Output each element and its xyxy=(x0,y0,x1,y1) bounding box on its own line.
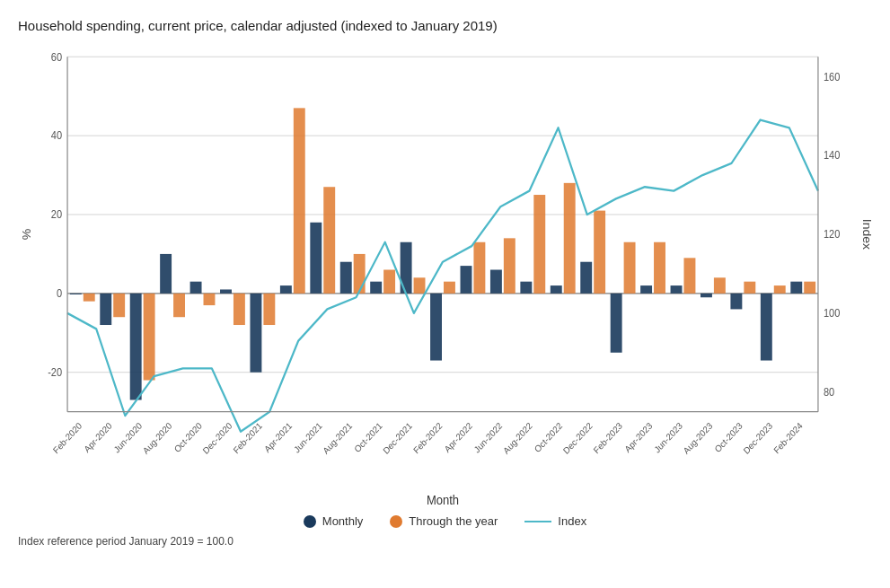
svg-text:Month: Month xyxy=(427,493,459,507)
svg-rect-51 xyxy=(340,262,352,294)
svg-rect-64 xyxy=(730,294,742,310)
through-year-label: Through the year xyxy=(409,514,498,528)
svg-text:120: 120 xyxy=(824,229,840,240)
svg-rect-68 xyxy=(113,294,125,317)
svg-text:20: 20 xyxy=(51,209,62,220)
svg-rect-56 xyxy=(490,270,502,294)
svg-rect-84 xyxy=(594,211,605,294)
index-line-legend xyxy=(524,521,551,522)
svg-rect-74 xyxy=(294,108,305,293)
svg-text:0: 0 xyxy=(57,288,62,299)
svg-rect-63 xyxy=(701,294,712,297)
svg-text:%: % xyxy=(20,229,32,241)
legend-through-year: Through the year xyxy=(390,514,498,528)
svg-rect-54 xyxy=(430,294,442,361)
chart-legend: Monthly Through the year Index xyxy=(18,514,872,528)
svg-text:Index: Index xyxy=(860,219,872,250)
svg-rect-0 xyxy=(18,42,872,509)
svg-text:100: 100 xyxy=(824,308,840,319)
svg-rect-46 xyxy=(190,282,202,294)
svg-rect-61 xyxy=(640,285,652,294)
chart-area: -20020406080100120140160Feb-2020Apr-2020… xyxy=(18,42,872,509)
svg-rect-76 xyxy=(354,254,366,294)
svg-rect-73 xyxy=(263,294,275,325)
svg-rect-69 xyxy=(144,294,155,381)
svg-rect-62 xyxy=(671,285,683,294)
svg-rect-60 xyxy=(611,294,622,353)
legend-index: Index xyxy=(524,514,586,528)
svg-rect-79 xyxy=(444,282,455,294)
svg-rect-81 xyxy=(504,238,515,294)
svg-rect-58 xyxy=(551,285,562,294)
svg-rect-43 xyxy=(100,294,111,325)
svg-rect-88 xyxy=(714,277,726,294)
svg-rect-71 xyxy=(204,294,216,305)
svg-rect-47 xyxy=(220,289,232,293)
svg-rect-57 xyxy=(520,282,532,294)
svg-rect-49 xyxy=(280,285,292,294)
svg-rect-80 xyxy=(473,242,485,294)
svg-rect-45 xyxy=(160,254,172,294)
legend-monthly: Monthly xyxy=(304,514,364,528)
svg-rect-66 xyxy=(790,282,802,294)
svg-rect-83 xyxy=(564,183,576,294)
svg-rect-72 xyxy=(234,294,245,325)
svg-rect-90 xyxy=(774,285,786,294)
svg-rect-77 xyxy=(383,270,395,294)
svg-rect-44 xyxy=(130,294,142,400)
svg-rect-50 xyxy=(310,223,322,294)
through-year-dot xyxy=(390,515,402,528)
svg-text:-20: -20 xyxy=(48,367,62,378)
footnote: Index reference period January 2019 = 10… xyxy=(18,535,872,548)
monthly-label: Monthly xyxy=(322,514,364,528)
main-chart-svg: -20020406080100120140160Feb-2020Apr-2020… xyxy=(18,42,872,509)
chart-container: Household spending, current price, calen… xyxy=(18,18,872,548)
svg-text:80: 80 xyxy=(824,387,834,398)
svg-text:160: 160 xyxy=(824,71,840,82)
svg-rect-82 xyxy=(533,195,545,294)
svg-rect-86 xyxy=(654,242,665,294)
svg-rect-78 xyxy=(414,277,426,294)
svg-rect-48 xyxy=(250,294,261,373)
index-label: Index xyxy=(558,514,586,528)
svg-rect-89 xyxy=(744,282,755,294)
svg-rect-65 xyxy=(761,294,772,361)
svg-rect-67 xyxy=(84,294,95,302)
svg-rect-55 xyxy=(461,266,472,294)
svg-rect-52 xyxy=(370,282,382,294)
svg-text:40: 40 xyxy=(51,130,62,141)
svg-text:60: 60 xyxy=(51,51,62,62)
svg-rect-70 xyxy=(173,294,185,317)
monthly-dot xyxy=(304,515,316,528)
svg-rect-91 xyxy=(804,282,815,294)
svg-rect-75 xyxy=(323,187,335,294)
svg-rect-85 xyxy=(624,242,636,294)
svg-text:140: 140 xyxy=(824,150,840,161)
svg-rect-87 xyxy=(683,258,695,294)
chart-title: Household spending, current price, calen… xyxy=(18,18,872,33)
svg-rect-59 xyxy=(580,262,592,294)
svg-rect-42 xyxy=(70,294,82,294)
